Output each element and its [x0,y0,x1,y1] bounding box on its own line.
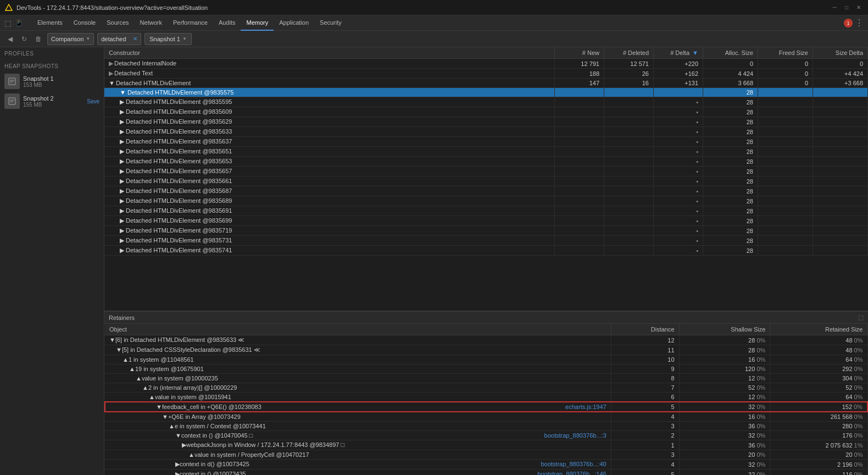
source-link[interactable]: bootstrap_880376b...:146 [537,471,606,475]
snapshot-2-save[interactable]: Save [87,98,99,104]
th-delta[interactable]: # Delta ▼ [654,47,703,59]
cell-freed [758,88,813,97]
filter-input[interactable] [101,36,132,42]
retainer-row[interactable]: ▼context in () @10470045 □bootstrap_8803… [105,431,867,440]
tab-performance[interactable]: Performance [168,15,213,31]
cell-delta: • [654,107,703,117]
cell-object: ▲value in system @10000235 [105,374,611,383]
retainer-row[interactable]: ▲value in system @10015941 6 12 0% 64 0% [105,393,867,402]
retained-pct: 0% [853,394,863,400]
table-row[interactable]: ▶Detached InternalNode 12 791 12 571 +22… [104,59,868,69]
table-row[interactable]: ▶Detached Text 188 26 +162 4 424 0 +4 42… [104,69,868,79]
table-row[interactable]: ▶ Detached HTMLDivElement @9835651 • 28 [104,147,868,157]
table-row[interactable]: ▶ Detached HTMLDivElement @9835633 • 28 [104,127,868,137]
table-row[interactable]: ▶ Detached HTMLDivElement @9835595 • 28 [104,97,868,107]
cell-size-delta [813,186,868,196]
comparison-dropdown[interactable]: Comparison ▼ [47,33,94,45]
tree-toggle[interactable]: ▶ [109,70,113,76]
cell-object: ▼[6] in Detached HTMLDivElement @9835633… [105,335,611,345]
back-button[interactable]: ◀ [4,34,15,45]
retainer-row[interactable]: ▶context in () @10073435bootstrap_880376… [105,470,867,476]
table-row[interactable]: ▶ Detached HTMLDivElement @9835609 • 28 [104,107,868,117]
dot-indicator: • [696,129,698,135]
cell-object: ▶webpackJsonp in Window / 172.24.1.77:84… [105,440,611,450]
main-toolbar: ⬚ 📱 ElementsConsoleSourcesNetworkPerform… [0,15,868,31]
retainer-row[interactable]: ▲1 in system @11048561 10 16 0% 64 0% [105,355,867,364]
maximize-button[interactable]: □ [842,3,852,13]
retainer-row[interactable]: ▼[6] in Detached HTMLDivElement @9835633… [105,335,867,345]
snapshot-2-item[interactable]: Snapshot 2 155 MB Save [0,91,104,111]
retainer-name: ▼[6] in Detached HTMLDivElement @9835633… [109,336,244,343]
source-link[interactable]: bootstrap_880376b...:40 [541,461,606,467]
cell-deleted [604,137,654,147]
table-row[interactable]: ▶ Detached HTMLDivElement @9835629 • 28 [104,117,868,127]
tab-elements[interactable]: Elements [32,15,68,31]
table-row[interactable]: ▶ Detached HTMLDivElement @9835657 • 28 [104,167,868,176]
source-link[interactable]: bootstrap_880376b...:3 [544,432,607,439]
table-row[interactable]: ▶ Detached HTMLDivElement @9835687 • 28 [104,186,868,196]
retained-pct: 0% [853,347,863,354]
retainer-row[interactable]: ▼feedback_cell in +Q6E() @10238083echart… [105,402,867,412]
close-button[interactable]: ✕ [854,3,864,13]
more-options-icon[interactable]: ⋮ [855,18,864,28]
cell-constructor: ▶ Detached HTMLDivElement @9835609 [104,107,555,117]
cell-delta: • [654,137,703,147]
retained-pct: 0% [853,471,863,476]
table-row[interactable]: ▶ Detached HTMLDivElement @9835653 • 28 [104,157,868,167]
table-row[interactable]: ▶ Detached HTMLDivElement @9835661 • 28 [104,176,868,186]
filter-input-container[interactable]: ✕ [97,33,141,45]
tab-network[interactable]: Network [135,15,168,31]
table-row[interactable]: ▶ Detached HTMLDivElement @9835741 • 28 [104,246,868,256]
table-row[interactable]: ▶ Detached HTMLDivElement @9835719 • 28 [104,226,868,236]
retained-pct: 0% [853,366,863,372]
tab-console[interactable]: Console [68,15,101,31]
cell-alloc: 28 [703,216,758,226]
tab-security[interactable]: Security [314,15,347,31]
table-row[interactable]: ▶ Detached HTMLDivElement @9835637 • 28 [104,137,868,147]
cell-shallow: 16 0% [679,355,770,364]
tab-sources[interactable]: Sources [101,15,134,31]
retainer-row[interactable]: ▶webpackJsonp in Window / 172.24.1.77:84… [105,440,867,450]
heap-snapshots-label: HEAP SNAPSHOTS [0,60,104,71]
clear-button[interactable]: 🗑 [33,34,44,45]
retainer-row[interactable]: ▲19 in system @10675901 9 120 0% 292 0% [105,364,867,374]
minimize-button[interactable]: ─ [830,3,839,13]
tab-application[interactable]: Application [274,15,314,31]
source-link[interactable]: echarts.js:1947 [565,404,607,410]
tabs-container: ElementsConsoleSourcesNetworkPerformance… [32,15,347,31]
tree-toggle[interactable]: ▼ [109,80,115,86]
snapshot-1-item[interactable]: Snapshot 1 153 MB [0,71,104,91]
device-icon[interactable]: 📱 [15,19,23,27]
shallow-pct: 0% [755,347,765,354]
inspect-icon[interactable]: ⬚ [4,19,12,27]
cell-freed [758,157,813,167]
table-row[interactable]: ▶ Detached HTMLDivElement @9835689 • 28 [104,196,868,206]
cell-freed: 0 [758,69,813,79]
cell-constructor: ▶ Detached HTMLDivElement @9835689 [104,196,555,206]
table-row[interactable]: ▶ Detached HTMLDivElement @9835699 • 28 [104,216,868,226]
dot-indicator: • [696,228,698,234]
cell-retained: 48 0% [770,335,867,345]
cell-deleted [604,206,654,216]
tab-audits[interactable]: Audits [213,15,241,31]
retainers-resize-icon[interactable]: ⬚ [858,314,864,321]
retainer-row[interactable]: ▲2 in (internal array)[] @10000229 7 52 … [105,383,867,393]
retainer-row[interactable]: ▼[5] in Detached CSSStyleDeclaration @98… [105,345,867,355]
table-row[interactable]: ▼Detached HTMLDivElement 147 16 +131 3 6… [104,79,868,88]
retainer-row[interactable]: ▲value in system @10000235 8 12 0% 304 0… [105,374,867,383]
retainer-row[interactable]: ▶context in d() @10073425bootstrap_88037… [105,460,867,470]
table-row[interactable]: ▼ Detached HTMLDivElement @9835575 28 [104,88,868,97]
retainer-row[interactable]: ▼+Q6E in Array @10073429 4 16 0% 261 568… [105,412,867,422]
retainer-row[interactable]: ▲e in system / Context @10073441 3 36 0%… [105,422,867,431]
cell-new [555,97,604,107]
table-row[interactable]: ▶ Detached HTMLDivElement @9835691 • 28 [104,206,868,216]
reload-button[interactable]: ↻ [19,34,30,45]
table-row[interactable]: ▶ Detached HTMLDivElement @9835731 • 28 [104,236,868,246]
shallow-pct: 0% [755,366,765,372]
snapshot-dropdown[interactable]: Snapshot 1 ▼ [144,33,192,45]
tab-memory[interactable]: Memory [241,15,274,31]
cell-retained: 52 0% [770,383,867,393]
tree-toggle[interactable]: ▶ [109,60,113,67]
retainer-row[interactable]: ▲value in system / PropertyCell @1047021… [105,450,867,460]
cell-new: 12 791 [555,59,604,69]
